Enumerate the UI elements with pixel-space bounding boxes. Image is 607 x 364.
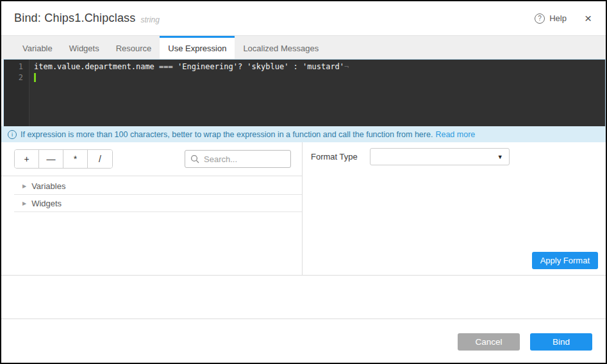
code-line-1: item.value.department.name === 'Engineer… xyxy=(34,62,605,72)
search-input[interactable] xyxy=(204,154,285,164)
chevron-right-icon: ▶ xyxy=(22,201,26,206)
line-number: 1 xyxy=(4,62,23,72)
dialog-header: Bind: Chips1.Chipclass string ? Help × xyxy=(1,1,606,35)
dropdown-arrow-icon: ▼ xyxy=(497,154,503,160)
help-icon: ? xyxy=(535,13,545,24)
empty-area xyxy=(1,276,606,318)
read-more-link[interactable]: Read more xyxy=(435,130,475,139)
format-panel: Format Type ▼ Apply Format xyxy=(303,142,606,275)
tree-item-label: Variables xyxy=(31,181,65,191)
divide-operator-button[interactable]: / xyxy=(88,150,112,168)
bind-button[interactable]: Bind xyxy=(530,333,592,351)
help-label: Help xyxy=(549,13,567,23)
page-title: Bind: Chips1.Chipclass xyxy=(14,12,136,25)
apply-format-button[interactable]: Apply Format xyxy=(532,252,598,269)
text-cursor xyxy=(34,73,36,82)
plus-operator-button[interactable]: + xyxy=(15,150,39,168)
tree-item-widgets[interactable]: ▶ Widgets xyxy=(14,195,302,211)
tab-use-expression[interactable]: Use Expression xyxy=(160,36,235,59)
tab-bar: Variable Widgets Resource Use Expression… xyxy=(1,35,606,59)
info-message: If expression is more than 100 character… xyxy=(21,130,433,139)
expression-code-editor[interactable]: 1 2 item.value.department.name === 'Engi… xyxy=(3,59,606,126)
operator-button-group: + — * / xyxy=(14,149,113,169)
binding-source-tree: ▶ Variables ▶ Widgets xyxy=(1,176,302,275)
info-bar: i If expression is more than 100 charact… xyxy=(1,126,606,142)
tree-item-label: Widgets xyxy=(31,199,62,208)
eol-marker: ¬ xyxy=(344,62,349,71)
code-line-2 xyxy=(34,72,605,83)
search-field xyxy=(185,150,291,168)
tab-variable[interactable]: Variable xyxy=(14,36,61,59)
info-icon: i xyxy=(8,130,17,139)
operator-toolbar: + — * / xyxy=(1,142,302,176)
tab-widgets[interactable]: Widgets xyxy=(61,36,108,59)
tab-localized-messages[interactable]: Localized Messages xyxy=(235,36,327,59)
chevron-right-icon: ▶ xyxy=(22,183,26,189)
tree-item-variables[interactable]: ▶ Variables xyxy=(14,178,302,194)
line-number-gutter: 1 2 xyxy=(4,60,29,126)
expression-helper-panel: + — * / ▶ Variables xyxy=(1,142,303,275)
dialog-footer: Cancel Bind xyxy=(1,318,606,363)
line-number: 2 xyxy=(4,72,23,83)
type-badge: string xyxy=(141,15,160,24)
main-panels: + — * / ▶ Variables xyxy=(1,142,606,276)
tab-resource[interactable]: Resource xyxy=(108,36,160,59)
search-icon xyxy=(190,154,199,163)
code-area: item.value.department.name === 'Engineer… xyxy=(29,60,605,126)
multiply-operator-button[interactable]: * xyxy=(63,150,88,168)
expression-text: item.value.department.name === 'Engineer… xyxy=(34,62,344,71)
minus-operator-button[interactable]: — xyxy=(39,150,63,168)
close-icon[interactable]: × xyxy=(582,11,594,26)
cancel-button[interactable]: Cancel xyxy=(458,333,520,351)
format-type-dropdown[interactable]: ▼ xyxy=(370,148,510,165)
help-button[interactable]: ? Help xyxy=(535,13,567,24)
format-type-label: Format Type xyxy=(311,152,358,161)
bind-dialog: Bind: Chips1.Chipclass string ? Help × V… xyxy=(0,0,607,364)
